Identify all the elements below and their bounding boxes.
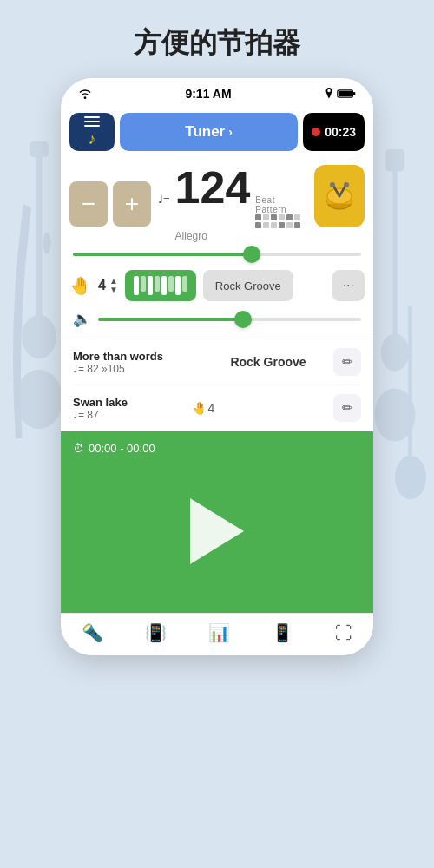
svg-rect-12: [353, 92, 356, 95]
tuner-label: Tuner: [185, 123, 225, 141]
status-right: [325, 88, 356, 100]
svg-rect-13: [339, 91, 352, 96]
bpm-controls: − +: [69, 165, 151, 242]
song-item-1: More than words ♩= 82 »105 Rock Groove ✏: [73, 339, 361, 385]
svg-point-0: [16, 370, 62, 429]
player-time-range: 00:00 - 00:00: [89, 442, 155, 455]
groove-label: Rock Groove: [215, 279, 281, 293]
wifi-icon: [78, 89, 92, 99]
tuner-chevron-icon: ›: [228, 125, 233, 139]
drum-icon: [320, 177, 358, 215]
time-signature[interactable]: 4 ▲ ▼: [98, 277, 118, 294]
time-sig-arrows: ▲ ▼: [109, 277, 118, 294]
svg-rect-10: [408, 306, 412, 477]
tab-bar: 🔦 📳 📊 📱 ⛶: [61, 613, 373, 655]
song-info-1: More than words ♩= 82 »105: [73, 350, 203, 375]
bpm-display: ♩= 124 Beat Pattern: [158, 165, 307, 242]
volume-slider-fill: [98, 318, 243, 321]
hands-num-2: 4: [208, 401, 215, 415]
music-note-icon: ♪: [89, 130, 96, 148]
song-info-2: Swan lake ♩= 87: [73, 396, 192, 421]
tab-vibrate[interactable]: 📳: [145, 622, 167, 643]
menu-button[interactable]: ♪: [69, 113, 115, 151]
song-edit-button-2[interactable]: ✏: [333, 394, 361, 422]
song-edit-button-1[interactable]: ✏: [333, 348, 361, 376]
song-item-2: Swan lake ♩= 87 🤚 4 ✏: [73, 385, 361, 431]
volume-row: 🔈: [61, 306, 373, 339]
hand-icon: 🤚: [69, 275, 91, 296]
vibrate-icon: 📳: [145, 622, 167, 643]
song-title-2: Swan lake: [73, 396, 192, 409]
time-sig-number: 4: [98, 278, 106, 293]
svg-point-19: [330, 182, 335, 187]
bpm-row: − + ♩= 124 Beat Pattern: [61, 158, 373, 249]
tuner-tab-icon: 📱: [272, 622, 293, 643]
metronome-icon: 📊: [208, 622, 230, 643]
expand-icon: ⛶: [335, 623, 352, 643]
svg-rect-7: [392, 165, 397, 352]
beat-mode-row: 🤚 4 ▲ ▼ Rock Groove ···: [61, 265, 373, 306]
bpm-tempo-name: Allegro: [175, 230, 207, 242]
phone-frame: 9:11 AM ♪ Tuner › 00:23: [61, 78, 373, 655]
more-icon: ···: [343, 278, 354, 293]
tempo-slider-row: [61, 249, 373, 265]
location-icon: [325, 88, 333, 100]
record-time: 00:23: [325, 125, 356, 139]
status-left: [78, 89, 92, 99]
svg-rect-2: [36, 149, 42, 337]
tuner-button[interactable]: Tuner ›: [120, 113, 298, 151]
song-hands-2: 🤚 4: [192, 401, 215, 415]
tab-metronome[interactable]: 📊: [208, 622, 230, 643]
player-time: ⏱ 00:00 - 00:00: [73, 442, 361, 455]
hands-icon-2: 🤚: [192, 401, 207, 415]
player-area: ⏱ 00:00 - 00:00: [61, 431, 373, 613]
volume-slider-thumb[interactable]: [234, 311, 252, 328]
bpm-plus-button[interactable]: +: [113, 181, 151, 227]
song-bpm-2: ♩= 87: [73, 409, 192, 421]
record-button[interactable]: 00:23: [303, 113, 365, 151]
svg-rect-3: [30, 141, 49, 157]
song-list: More than words ♩= 82 »105 Rock Groove ✏…: [61, 339, 373, 431]
volume-slider-track[interactable]: [98, 318, 361, 321]
pattern-active-dots: [134, 276, 187, 295]
menu-lines-icon: [84, 116, 100, 127]
more-button[interactable]: ···: [332, 270, 365, 301]
bpm-value: 124: [175, 165, 251, 210]
top-bar: ♪ Tuner › 00:23: [61, 106, 373, 158]
beat-pattern-dots: [255, 214, 307, 228]
pattern-active-button[interactable]: [125, 270, 196, 301]
song-bpm-1: ♩= 82 »105: [73, 363, 203, 375]
beat-pattern-label: Beat Pattern: [255, 195, 307, 214]
record-dot-icon: [312, 128, 320, 136]
page-title: 方便的节拍器: [0, 0, 434, 78]
song-groove-1: Rock Groove: [203, 355, 333, 369]
svg-point-20: [344, 182, 349, 187]
bpm-minus-button[interactable]: −: [69, 181, 108, 227]
tab-flashlight[interactable]: 🔦: [82, 622, 103, 643]
play-triangle-icon: [190, 498, 244, 564]
svg-rect-8: [385, 149, 404, 171]
bpm-note-symbol: ♩=: [158, 193, 170, 206]
tempo-slider-thumb[interactable]: [243, 246, 260, 263]
flashlight-icon: 🔦: [82, 622, 103, 643]
play-button[interactable]: [73, 498, 361, 564]
song-title-1: More than words: [73, 350, 203, 363]
svg-point-4: [43, 232, 51, 253]
status-time: 9:11 AM: [92, 87, 325, 101]
groove-button[interactable]: Rock Groove: [203, 270, 293, 301]
status-bar: 9:11 AM: [61, 78, 373, 106]
clock-icon: ⏱: [73, 442, 84, 455]
tempo-slider-fill: [73, 253, 252, 256]
battery-icon: [337, 89, 356, 99]
bpm-top: ♩= 124 Beat Pattern: [158, 165, 307, 242]
tab-expand[interactable]: ⛶: [335, 623, 352, 643]
tab-tuner[interactable]: 📱: [272, 622, 293, 643]
volume-icon: 🔈: [73, 310, 91, 328]
drum-button[interactable]: [314, 165, 365, 227]
tempo-slider-track[interactable]: [73, 253, 361, 256]
